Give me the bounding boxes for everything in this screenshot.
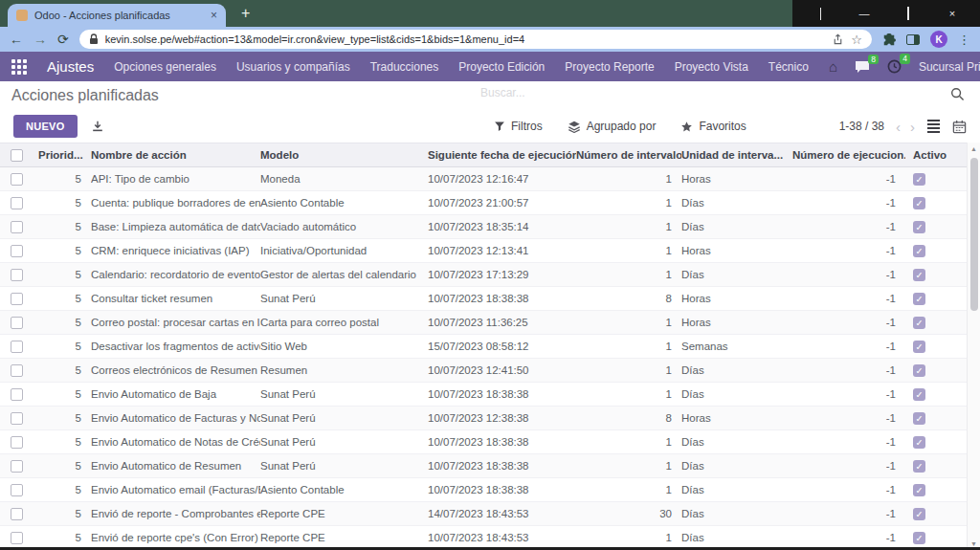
menu-tecnico[interactable]: Técnico bbox=[768, 60, 809, 74]
company-switcher[interactable]: Sucursal Principal bbox=[919, 60, 980, 74]
row-checkbox[interactable] bbox=[11, 532, 23, 544]
active-checkbox[interactable] bbox=[913, 293, 925, 305]
tab-search-icon[interactable] bbox=[804, 8, 836, 19]
active-checkbox[interactable] bbox=[913, 317, 925, 329]
bookmark-star-icon[interactable]: ☆ bbox=[851, 33, 862, 47]
active-checkbox[interactable] bbox=[913, 460, 925, 473]
header-number-calls[interactable]: Número de ejecucion... bbox=[792, 149, 905, 161]
table-row[interactable]: 5Consultar ticket resumenSunat Perú10/07… bbox=[0, 287, 967, 311]
menu-proyecto-edicion[interactable]: Proyecto Edición bbox=[458, 60, 545, 74]
minimize-icon[interactable]: — bbox=[848, 8, 880, 19]
table-row[interactable]: 5CRM: enriquece iniciativas (IAP)Iniciat… bbox=[0, 239, 967, 263]
row-checkbox[interactable] bbox=[11, 460, 23, 473]
vertical-scrollbar[interactable]: ▲ ▼ bbox=[967, 143, 980, 550]
header-next-exec[interactable]: Siguiente fecha de ejecución bbox=[428, 149, 576, 161]
table-row[interactable]: 5Correo postal: procesar cartas en la c.… bbox=[0, 311, 967, 335]
apps-grid-icon[interactable] bbox=[11, 59, 27, 75]
calendar-view-icon[interactable] bbox=[952, 120, 967, 134]
header-interval-number[interactable]: Número de intervalos bbox=[576, 149, 681, 161]
active-checkbox[interactable] bbox=[913, 412, 925, 425]
address-bar[interactable]: kevin.solse.pe/web#action=13&model=ir.cr… bbox=[79, 30, 872, 49]
row-checkbox[interactable] bbox=[11, 436, 23, 449]
restore-icon[interactable] bbox=[892, 8, 924, 19]
select-all-checkbox[interactable] bbox=[11, 149, 23, 162]
close-window-icon[interactable]: × bbox=[936, 8, 969, 19]
table-row[interactable]: 5Envio Automatico de Notas de CréditoSun… bbox=[0, 430, 967, 454]
table-row[interactable]: 5Envio Automatico de Facturas y Notas...… bbox=[0, 407, 967, 430]
row-checkbox[interactable] bbox=[11, 173, 23, 186]
share-icon[interactable] bbox=[832, 33, 844, 46]
browser-profile-avatar[interactable]: K bbox=[930, 31, 947, 48]
favorites-button[interactable]: Favoritos bbox=[680, 120, 746, 133]
table-row[interactable]: 5Envio Automatico email (Facturas/Bol...… bbox=[0, 478, 967, 502]
table-row[interactable]: 5Correos electrónicos de ResumenResumen1… bbox=[0, 359, 967, 383]
browser-menu-icon[interactable]: ⋮ bbox=[958, 33, 970, 47]
activities-button[interactable]: 4 bbox=[887, 59, 902, 74]
active-checkbox[interactable] bbox=[913, 532, 925, 544]
list-view-icon[interactable] bbox=[924, 117, 943, 136]
row-checkbox[interactable] bbox=[11, 388, 23, 401]
new-tab-button[interactable]: + bbox=[241, 5, 250, 22]
menu-proyecto-reporte[interactable]: Proyecto Reporte bbox=[565, 60, 654, 74]
active-checkbox[interactable] bbox=[913, 341, 925, 353]
messages-button[interactable]: 8 bbox=[855, 60, 870, 74]
home-icon[interactable]: ⌂ bbox=[829, 59, 837, 74]
active-checkbox[interactable] bbox=[913, 508, 925, 520]
row-checkbox[interactable] bbox=[11, 341, 23, 353]
row-checkbox[interactable] bbox=[11, 293, 23, 305]
new-button[interactable]: NUEVO bbox=[13, 115, 78, 138]
menu-proyecto-vista[interactable]: Proyecto Vista bbox=[675, 60, 748, 74]
table-row[interactable]: 5API: Tipo de cambioMoneda10/07/2023 12:… bbox=[0, 167, 967, 191]
active-checkbox[interactable] bbox=[913, 436, 925, 449]
forward-icon[interactable]: → bbox=[33, 33, 47, 46]
app-name[interactable]: Ajustes bbox=[47, 58, 94, 75]
row-checkbox[interactable] bbox=[11, 364, 23, 377]
active-checkbox[interactable] bbox=[913, 221, 925, 233]
row-checkbox[interactable] bbox=[11, 484, 23, 496]
active-checkbox[interactable] bbox=[913, 245, 925, 257]
active-checkbox[interactable] bbox=[913, 484, 925, 496]
table-row[interactable]: 5Base: Limpieza automática de datos i...… bbox=[0, 215, 967, 239]
active-checkbox[interactable] bbox=[913, 388, 925, 401]
table-row[interactable]: 5Calendario: recordatorio de eventoGesto… bbox=[0, 263, 967, 287]
tab-close-icon[interactable]: × bbox=[211, 9, 217, 22]
header-active[interactable]: Activo bbox=[905, 149, 957, 161]
search-icon[interactable] bbox=[950, 87, 965, 101]
active-checkbox[interactable] bbox=[913, 269, 925, 281]
menu-traducciones[interactable]: Traducciones bbox=[370, 60, 439, 74]
side-panel-icon[interactable] bbox=[906, 34, 920, 45]
active-checkbox[interactable] bbox=[913, 364, 925, 377]
pager-next-icon[interactable]: › bbox=[910, 119, 915, 135]
filters-button[interactable]: Filtros bbox=[494, 120, 543, 133]
header-action-name[interactable]: Nombre de acción bbox=[91, 149, 260, 161]
row-checkbox[interactable] bbox=[11, 412, 23, 425]
menu-opciones-generales[interactable]: Opciones generales bbox=[114, 60, 216, 74]
row-checkbox[interactable] bbox=[11, 221, 23, 233]
active-checkbox[interactable] bbox=[913, 173, 925, 186]
header-interval-unit[interactable]: Unidad de interva... bbox=[681, 149, 792, 161]
export-download-icon[interactable] bbox=[91, 120, 104, 133]
active-checkbox[interactable] bbox=[913, 197, 925, 209]
pager-previous-icon[interactable]: ‹ bbox=[896, 119, 901, 135]
table-row[interactable]: 5Desactivar los fragmentos de activos ..… bbox=[0, 335, 967, 359]
menu-usuarios-companias[interactable]: Usuarios y compañías bbox=[236, 60, 350, 74]
table-row[interactable]: 5Cuenta: publique borradores de entra...… bbox=[0, 191, 967, 215]
table-row[interactable]: 5Envio Automatico de BajaSunat Perú10/07… bbox=[0, 383, 967, 407]
extensions-puzzle-icon[interactable] bbox=[882, 33, 896, 46]
scroll-down-icon[interactable]: ▼ bbox=[968, 540, 980, 547]
group-by-button[interactable]: Agrupado por bbox=[568, 120, 657, 133]
header-model[interactable]: Modelo bbox=[260, 149, 428, 161]
search-input[interactable] bbox=[480, 86, 930, 99]
back-icon[interactable]: ← bbox=[10, 33, 23, 46]
scroll-up-icon[interactable]: ▲ bbox=[968, 145, 980, 152]
row-checkbox[interactable] bbox=[11, 317, 23, 329]
reload-icon[interactable]: ⟳ bbox=[57, 33, 69, 46]
header-priority[interactable]: Priorid... bbox=[38, 149, 91, 161]
row-checkbox[interactable] bbox=[11, 245, 23, 257]
scrollbar-thumb[interactable] bbox=[970, 158, 978, 311]
table-row[interactable]: 5Envió de reporte - Comprobantes ele...R… bbox=[0, 502, 967, 526]
row-checkbox[interactable] bbox=[11, 508, 23, 520]
browser-tab[interactable]: Odoo - Acciones planificadas × bbox=[8, 4, 226, 27]
row-checkbox[interactable] bbox=[11, 269, 23, 281]
row-checkbox[interactable] bbox=[11, 197, 23, 209]
